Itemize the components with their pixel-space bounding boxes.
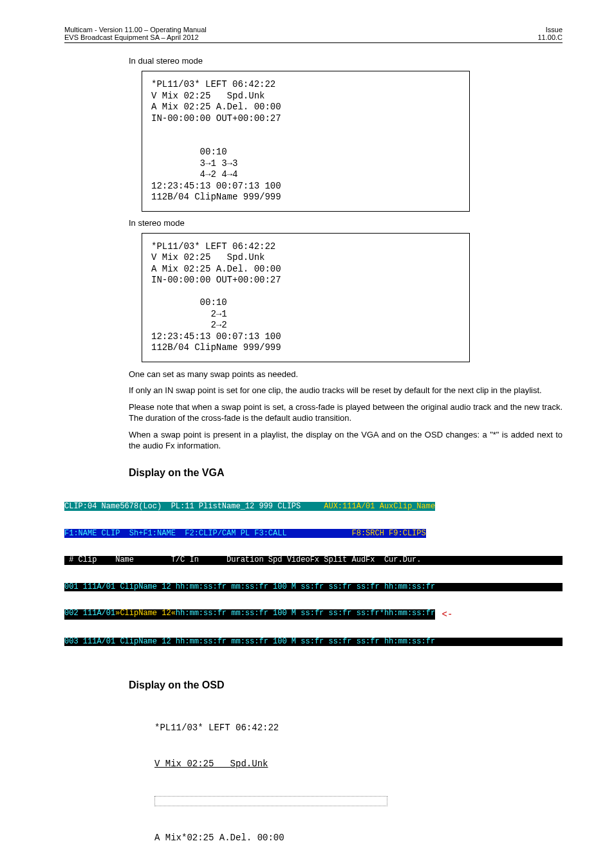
heading-osd: Display on the OSD: [129, 679, 563, 691]
header-right-line2: 11.00.C: [537, 33, 563, 41]
osd-line3: A Mix*02:25 A.Del. 00:00: [154, 832, 563, 844]
osd-block: *PL11/03* LEFT 06:42:22 V Mix 02:25 Spd.…: [154, 697, 563, 868]
page-header: Multicam - Version 11.00 – Operating Man…: [64, 26, 563, 43]
vga-line5c: ClipName 12: [120, 609, 171, 620]
para-3: Please note that when a swap point is se…: [129, 402, 563, 424]
para-4: When a swap point is present in a playli…: [129, 429, 563, 452]
para-2: If only an IN swap point is set for one …: [129, 385, 563, 396]
code-stereo: *PL11/03* LEFT 06:42:22 V Mix 02:25 Spd.…: [142, 233, 470, 362]
vga-line5d: «: [171, 609, 176, 620]
vga-line1b: AUX:111A/01 AuxClip_Name: [324, 502, 435, 511]
osd-line2: V Mix 02:25 Spd.Unk: [154, 758, 563, 770]
vga-line5a: 002 111A/01: [64, 609, 115, 620]
label-dual-stereo: In dual stereo mode: [129, 56, 563, 66]
label-stereo: In stereo mode: [129, 218, 563, 228]
vga-line5e: hh:mm:ss:fr mm:ss:fr 100 M ss:fr ss:fr s…: [176, 609, 435, 620]
header-left-line1: Multicam - Version 11.00 – Operating Man…: [64, 26, 207, 33]
vga-line2c: F8:SRCH F9:CLIPS: [351, 529, 425, 538]
vga-line4: 001 111A/01 ClipName 12 hh:mm:ss:fr mm:s…: [64, 583, 563, 592]
osd-dotted-box: [154, 796, 387, 806]
heading-vga: Display on the VGA: [129, 467, 563, 479]
vga-terminal: CLIP:04 Name5678(Loc) PL:11 PlistName_12…: [64, 485, 563, 664]
vga-line5-arrow: <-: [436, 609, 452, 620]
vga-line5b: »: [115, 609, 120, 620]
para-1: One can set as many swap points as neede…: [129, 369, 563, 380]
code-dual-stereo: *PL11/03* LEFT 06:42:22 V Mix 02:25 Spd.…: [142, 71, 470, 212]
header-left-line2: EVS Broadcast Equipment SA – April 2012: [64, 33, 207, 41]
header-right-line1: Issue: [537, 26, 563, 33]
osd-line1: *PL11/03* LEFT 06:42:22: [154, 722, 563, 734]
vga-line1a: CLIP:04 Name5678(Loc) PL:11 PlistName_12…: [64, 502, 324, 511]
vga-line2b: [287, 529, 352, 538]
vga-line6: 003 111A/01 ClipName 12 hh:mm:ss:fr mm:s…: [64, 638, 563, 647]
vga-line3: # Clip Name T/C In Duration Spd VideoFx …: [64, 556, 563, 565]
vga-line2a: F1:NAME CLIP Sh+F1:NAME F2:CLIP/CAM PL F…: [64, 529, 287, 538]
